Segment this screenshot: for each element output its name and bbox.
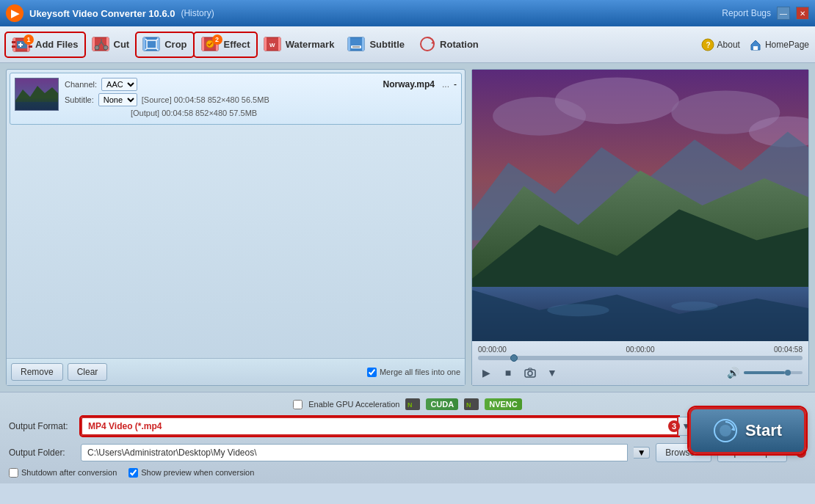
svg-rect-1 — [13, 38, 15, 51]
cuda-badge: CUDA — [426, 398, 458, 410]
gpu-label: Enable GPU Acceleration — [308, 400, 399, 409]
svg-rect-6 — [29, 45, 32, 48]
add-files-badge: 1 — [23, 34, 34, 45]
channel-select[interactable]: AAC — [101, 78, 137, 91]
file-dash: - — [454, 79, 457, 90]
close-button[interactable]: ✕ — [796, 7, 809, 20]
subtitle-select[interactable]: None — [98, 93, 137, 106]
add-files-button[interactable]: 1 Add Files — [6, 33, 84, 56]
svg-rect-4 — [12, 45, 15, 48]
main-content: Channel: AAC Norway.mp4 ... - Subtitle: … — [0, 63, 815, 392]
svg-rect-9 — [93, 37, 95, 51]
effect-label: Effect — [224, 39, 250, 50]
volume-thumb[interactable] — [785, 370, 791, 376]
svg-text:W: W — [269, 42, 275, 48]
volume-area: 🔊 — [725, 365, 803, 381]
svg-rect-29 — [352, 46, 360, 47]
format-row: Output Format: MP4 Video (*.mp4 3 ▼ Outp… — [9, 416, 806, 437]
app-logo: ▶ — [6, 4, 23, 22]
preview-option: Show preview when conversion — [128, 468, 254, 478]
preview-video — [472, 70, 808, 341]
svg-rect-22 — [264, 37, 267, 51]
preview-panel: 00:00:00 00:00:00 00:04:58 ▶ ■ — [471, 69, 809, 386]
cut-label: Cut — [114, 39, 130, 50]
bottom-section: Enable GPU Acceleration N CUDA N NVENC O… — [0, 392, 815, 483]
subtitle-icon — [347, 36, 366, 54]
watermark-button[interactable]: W Watermark — [258, 33, 341, 56]
merge-label: Merge all files into one — [380, 368, 460, 376]
dropdown-button[interactable]: ▼ — [544, 365, 560, 381]
subtitle-label: Subtitle — [369, 39, 405, 50]
svg-rect-3 — [12, 41, 15, 43]
camera-icon — [524, 367, 537, 379]
svg-text:N: N — [408, 401, 413, 409]
format-select[interactable]: MP4 Video (*.mp4 — [81, 417, 678, 436]
gpu-checkbox[interactable] — [293, 400, 303, 409]
screenshot-button[interactable] — [522, 365, 538, 381]
svg-point-47 — [547, 304, 609, 316]
about-button[interactable]: ? About — [701, 38, 740, 51]
preview-checkbox[interactable] — [128, 468, 138, 478]
file-panel: Channel: AAC Norway.mp4 ... - Subtitle: … — [6, 69, 466, 386]
app-title: Ukeysoft Video Converter 10.6.0 — [29, 8, 175, 19]
folder-dropdown-button[interactable]: ▼ — [634, 447, 650, 459]
preview-label: Show preview when conversion — [141, 468, 254, 477]
svg-text:N: N — [466, 401, 471, 409]
crop-button[interactable]: Crop — [137, 33, 192, 56]
channel-label: Channel: — [65, 80, 97, 89]
clear-button[interactable]: Clear — [68, 363, 108, 381]
shutdown-checkbox[interactable] — [9, 468, 18, 478]
preview-controls: 00:00:00 00:00:00 00:04:58 ▶ ■ — [472, 341, 808, 385]
svg-rect-33 — [753, 46, 758, 50]
gpu-row: Enable GPU Acceleration N CUDA N NVENC — [9, 398, 806, 410]
svg-rect-26 — [348, 37, 350, 51]
minimize-button[interactable]: — — [777, 7, 790, 20]
svg-point-39 — [555, 78, 679, 124]
svg-rect-23 — [278, 37, 280, 51]
subtitle-button[interactable]: Subtitle — [341, 33, 410, 56]
merge-checkbox[interactable] — [367, 368, 377, 377]
homepage-label: HomePage — [765, 40, 809, 50]
seek-bar[interactable] — [478, 356, 803, 360]
remove-button[interactable]: Remove — [11, 363, 63, 381]
nvidia-logo-2: N — [464, 398, 479, 410]
effect-button[interactable]: 2 Effect — [195, 33, 256, 56]
homepage-icon — [749, 38, 762, 51]
start-label: Start — [745, 421, 782, 440]
file-options[interactable]: ... — [442, 79, 449, 90]
app-history[interactable]: (History) — [181, 8, 214, 18]
format-badge: 3 — [668, 420, 680, 432]
play-button[interactable]: ▶ — [478, 365, 494, 381]
nvidia-logo-1: N — [405, 398, 420, 410]
cut-icon — [92, 36, 111, 54]
watermark-icon: W — [264, 36, 283, 54]
report-bugs-link[interactable]: Report Bugs — [722, 8, 771, 18]
format-label: Output Format: — [9, 421, 75, 431]
effect-badge: 2 — [212, 34, 222, 45]
file-name: Norway.mp4 — [383, 79, 435, 90]
volume-bar[interactable] — [744, 371, 803, 374]
svg-rect-25 — [348, 37, 364, 51]
stop-button[interactable]: ■ — [500, 365, 516, 381]
svg-rect-36 — [15, 102, 59, 111]
file-panel-bottom: Remove Clear Merge all files into one — [7, 358, 465, 385]
seek-thumb[interactable] — [510, 354, 518, 362]
rotation-button[interactable]: Rotation — [412, 33, 485, 56]
svg-point-50 — [528, 371, 532, 376]
volume-fill — [744, 371, 785, 374]
folder-input[interactable] — [81, 444, 628, 461]
start-button[interactable]: Start — [689, 407, 806, 454]
options-row: Shutdown after conversion Show preview w… — [9, 468, 806, 478]
about-icon: ? — [701, 38, 714, 51]
toolbar: 1 Add Files Cut — [0, 26, 815, 63]
output-info: [Output] 00:04:58 852×480 57.5MB — [131, 109, 257, 117]
file-info: Channel: AAC Norway.mp4 ... - Subtitle: … — [65, 78, 457, 120]
cut-button[interactable]: Cut — [86, 33, 136, 56]
volume-icon[interactable]: 🔊 — [725, 365, 741, 381]
time-current: 00:00:00 — [478, 346, 507, 354]
file-item[interactable]: Channel: AAC Norway.mp4 ... - Subtitle: … — [10, 73, 462, 125]
homepage-button[interactable]: HomePage — [749, 38, 809, 51]
title-bar: ▶ Ukeysoft Video Converter 10.6.0 (Histo… — [0, 0, 815, 26]
shutdown-label: Shutdown after conversion — [21, 468, 117, 477]
rotation-icon — [418, 36, 437, 54]
